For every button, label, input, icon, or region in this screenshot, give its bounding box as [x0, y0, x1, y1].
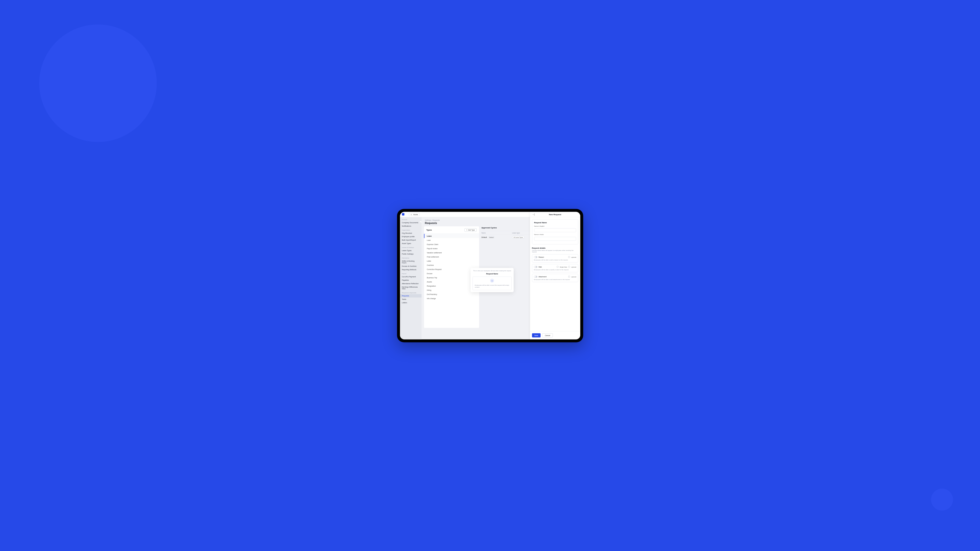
sidebar: ‹ Account Company Documents Notification…: [400, 212, 422, 339]
name-english-input[interactable]: [534, 229, 576, 232]
type-item-expense[interactable]: Expense Claim: [424, 242, 479, 246]
cancel-button[interactable]: Cancel: [542, 333, 553, 337]
detail-attachment: Attachment optional Employees will be ab…: [532, 274, 578, 282]
sidebar-item-company-documents[interactable]: Company Documents: [400, 221, 422, 224]
home-icon: [411, 213, 412, 215]
sidebar-item-excuse-overtime[interactable]: Excuse & Overtime: [400, 264, 422, 268]
sidebar-item-org-structure[interactable]: Org.Structure: [400, 231, 422, 235]
date-optional-label: optional: [571, 266, 576, 268]
single-date-checkbox[interactable]: [557, 266, 558, 268]
document-icon: ▭: [490, 279, 494, 283]
collapse-icon[interactable]: ‹: [419, 221, 422, 223]
details-title: Request details: [532, 247, 578, 249]
detail-reason: Reason optional Employees will be able t…: [532, 254, 578, 262]
reason-optional-checkbox[interactable]: [568, 256, 570, 258]
sidebar-item-bulk-import[interactable]: Bulk import/Export: [400, 238, 422, 241]
section-payroll: Payroll: [400, 271, 422, 275]
row-name: Default Default: [482, 236, 512, 238]
preview-title: Request Name: [473, 273, 512, 275]
home-label: Home: [414, 213, 418, 215]
sidebar-item-cutoff[interactable]: Cut-off & Payment: [400, 275, 422, 278]
logo-icon: [402, 213, 404, 216]
preview-body: ▭ Employees will be able to send this re…: [473, 276, 512, 290]
sidebar-item-payables[interactable]: Payables: [400, 278, 422, 282]
reason-label: Reason: [539, 256, 567, 258]
section-requests: Requests & Approvals: [400, 290, 422, 294]
attachment-label: Attachment: [539, 276, 567, 278]
reason-toggle[interactable]: [534, 256, 538, 258]
detail-date: Date Single Date optional Employees will…: [532, 264, 578, 272]
reason-desc: Employees will be able to add a reason t…: [534, 259, 576, 260]
panel-body: Request Name Name in English Name in Ara…: [530, 217, 580, 331]
preview-hint: This is what your employees will see whe…: [473, 270, 512, 271]
content-left: Settings / Requests Requests Types + Add…: [422, 217, 479, 339]
save-button[interactable]: Save: [532, 333, 541, 337]
section-leaves: Leaves & Holidays: [400, 245, 422, 249]
panel-header: →| New Request: [530, 212, 580, 217]
sidebar-item-notifications[interactable]: Notifications: [400, 224, 422, 228]
attachment-optional-checkbox[interactable]: [568, 276, 570, 278]
single-date-label: Single Date: [560, 266, 567, 268]
default-badge: Default: [488, 236, 495, 238]
new-request-panel: →| New Request Request Name Name in Engl…: [530, 212, 580, 339]
app-screen: Home ‹ Account Company Documents Notific…: [400, 212, 580, 339]
type-item-loan[interactable]: Loan: [424, 238, 479, 242]
attachment-optional-label: optional: [571, 276, 576, 277]
label-name-english: Name in English: [534, 225, 576, 227]
name-arabic-input[interactable]: [534, 237, 576, 241]
bg-circle-large: [39, 24, 157, 142]
bg-circle-small: [931, 489, 953, 511]
type-item-overtime[interactable]: Overtime: [424, 263, 479, 267]
type-item-payroll-review[interactable]: Payroll review: [424, 246, 479, 251]
sidebar-item-leave-types[interactable]: Leave Types: [400, 249, 422, 252]
preview-text: Employees will be able to send this requ…: [475, 284, 509, 288]
col-name: Name: [482, 232, 512, 233]
date-optional-checkbox[interactable]: [568, 266, 570, 268]
plus-icon: +: [466, 229, 467, 231]
home-button[interactable]: Home: [409, 213, 420, 216]
type-item-info-change[interactable]: Info change: [424, 296, 479, 300]
sidebar-item-shifts[interactable]: Shifts & Working Hours: [400, 259, 422, 264]
sidebar-item-employee-profile[interactable]: Employee profile: [400, 235, 422, 238]
date-toggle[interactable]: [534, 266, 538, 268]
details-subtitle: Choose which fields will appear to emplo…: [532, 249, 578, 252]
types-title: Types: [426, 229, 432, 231]
sidebar-item-attendance-reflection[interactable]: Attendance Reflection: [400, 282, 422, 285]
request-name-card: Request Name Name in English Name in Ara…: [532, 219, 578, 244]
sidebar-item-asset-types[interactable]: Asset Types: [400, 241, 422, 245]
type-item-leave[interactable]: Leave: [424, 234, 479, 238]
label-name-arabic: Name in Arabic: [534, 234, 576, 235]
sidebar-item-letters[interactable]: Letters: [400, 301, 422, 304]
attachment-desc: Employees will be able to add attachment…: [534, 279, 576, 280]
date-label: Date: [539, 266, 556, 268]
request-name-title: Request Name: [534, 221, 576, 224]
section-attendance: Attendance: [400, 256, 422, 259]
date-desc: Employees will be able to specify a date…: [534, 269, 576, 270]
type-item-letter[interactable]: Letter: [424, 259, 479, 263]
type-item-vacation-settlement[interactable]: Vacation settlement: [424, 251, 479, 254]
page-title: Requests: [422, 221, 479, 226]
sidebar-item-tasks[interactable]: Tasks: [400, 297, 422, 301]
section-account: Account: [400, 217, 422, 221]
type-item-final-settlement[interactable]: Final settlement: [424, 254, 479, 259]
sidebar-item-reporting-methods[interactable]: Reporting Methods: [400, 268, 422, 271]
tablet-frame: Home ‹ Account Company Documents Notific…: [397, 209, 583, 342]
add-type-button[interactable]: + Add Type: [465, 228, 476, 232]
sidebar-item-requests[interactable]: Requests: [400, 294, 422, 297]
sidebar-item-earnings-diff[interactable]: Earnings Differences View: [400, 285, 422, 290]
row-name-text: Default: [482, 236, 487, 238]
panel-footer: Save Cancel: [530, 331, 580, 339]
panel-title: New Request: [532, 213, 578, 215]
types-header: Types + Add Type: [424, 226, 479, 233]
preview-card: This is what your employees will see whe…: [471, 268, 514, 292]
type-item-exit-reentry[interactable]: Exit Reentery: [424, 292, 479, 296]
section-organization: Organization: [400, 228, 422, 231]
breadcrumb: Settings / Requests: [422, 217, 479, 221]
sidebar-item-public-holidays[interactable]: Public Holidays: [400, 252, 422, 256]
reason-optional-label: optional: [571, 256, 576, 258]
type-badge: All Leave Types: [512, 236, 525, 238]
attachment-toggle[interactable]: [534, 276, 538, 278]
add-type-label: Add Type: [468, 229, 475, 231]
